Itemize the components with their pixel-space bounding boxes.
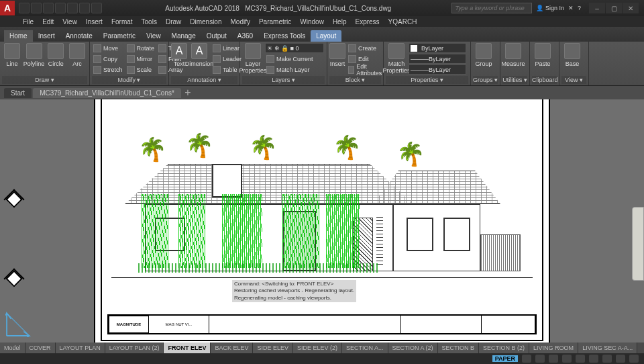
make-current-button[interactable]: Make Current	[265, 54, 324, 64]
menu-yqarch[interactable]: YQARCH	[384, 18, 421, 26]
stretch-button[interactable]: Stretch	[92, 64, 124, 75]
ribbon-tab-annotate[interactable]: Annotate	[60, 30, 98, 42]
undo-icon[interactable]	[79, 3, 90, 13]
mirror-button[interactable]: Mirror	[125, 54, 156, 64]
lineweight-combo[interactable]: ———ByLayer	[409, 54, 466, 64]
dimension-button[interactable]: ADimension	[189, 43, 210, 67]
move-button[interactable]: Move	[92, 43, 124, 53]
tab-document[interactable]: MC379_Richard_VillaChill'inUbud_C1_Cons*	[33, 88, 181, 98]
match-layer-button[interactable]: Match Layer	[265, 64, 324, 75]
osnap-icon[interactable]	[576, 355, 585, 363]
menu-modify[interactable]: Modify	[227, 18, 254, 26]
grid-icon[interactable]	[522, 355, 531, 363]
minimize-button[interactable]: –	[589, 3, 605, 13]
new-icon[interactable]	[19, 3, 30, 13]
panel-title-draw[interactable]: Draw ▾	[2, 76, 87, 84]
scale-button[interactable]: Scale	[125, 64, 156, 75]
ribbon-tab-insert[interactable]: Insert	[33, 30, 60, 42]
menu-window[interactable]: Window	[296, 18, 328, 26]
menu-insert[interactable]: Insert	[82, 18, 107, 26]
copy-button[interactable]: Copy	[92, 54, 124, 64]
ribbon-tab-parametric[interactable]: Parametric	[98, 30, 141, 42]
color-combo[interactable]: ByLayer	[409, 43, 466, 53]
layout-tab-side-elev[interactable]: SIDE ELEV	[253, 343, 293, 353]
measure-button[interactable]: Measure	[502, 43, 524, 67]
layout-tab-section-b--2-[interactable]: SECTION B (2)	[479, 343, 529, 353]
snap-icon[interactable]	[535, 355, 545, 363]
exchange-icon[interactable]: ✕	[568, 5, 574, 11]
layer-combo[interactable]: ☀ ❄ 🔒 ■ 0	[265, 43, 324, 53]
menu-edit[interactable]: Edit	[38, 18, 58, 26]
ribbon-tab-layout[interactable]: Layout	[311, 30, 341, 42]
polyline-button[interactable]: Polyline	[23, 43, 45, 67]
layout-tab-layout-plan[interactable]: LAYOUT PLAN	[56, 343, 105, 353]
paste-button[interactable]: Paste	[532, 43, 553, 67]
ribbon-tab-a360[interactable]: A360	[232, 30, 258, 42]
side-palette[interactable]	[632, 207, 644, 281]
menu-dimension[interactable]: Dimension	[186, 18, 225, 26]
panel-title-annotation[interactable]: Annotation ▾	[171, 76, 237, 84]
panel-title-layers[interactable]: Layers ▾	[242, 76, 325, 84]
ribbon-tab-express-tools[interactable]: Express Tools	[258, 30, 311, 42]
rotate-button[interactable]: Rotate	[125, 43, 156, 53]
layout-tab-section-b[interactable]: SECTION B	[438, 343, 480, 353]
paper-space-button[interactable]: PAPER	[492, 355, 518, 362]
menu-file[interactable]: File	[19, 18, 38, 26]
lwt-icon[interactable]	[589, 355, 598, 363]
help-icon[interactable]: ?	[578, 5, 581, 11]
saveas-icon[interactable]	[55, 3, 66, 13]
plot-icon[interactable]	[67, 3, 78, 13]
table-button[interactable]: Table	[211, 64, 243, 75]
linetype-combo[interactable]: ———ByLayer	[409, 64, 466, 75]
linear-button[interactable]: Linear	[211, 43, 243, 53]
autocad-logo[interactable]: A	[0, 1, 15, 15]
match-properties-button[interactable]: Match Properties	[386, 43, 407, 74]
panel-title-utilities[interactable]: Utilities ▾	[502, 76, 527, 84]
menu-parametric[interactable]: Parametric	[255, 18, 295, 26]
menu-view[interactable]: View	[58, 18, 81, 26]
layout-tab-side-elev--2-[interactable]: SIDE ELEV (2)	[293, 343, 342, 353]
layout-tab-model[interactable]: Model	[0, 343, 25, 353]
layout-tab-living-sec-a-a---[interactable]: LIVING SEC A-A...	[578, 343, 637, 353]
arc-button[interactable]: Arc	[67, 43, 87, 67]
layout-tab-front-elev[interactable]: FRONT ELEV	[164, 343, 211, 353]
insert-button[interactable]: Insert	[329, 43, 345, 67]
tab-start[interactable]: Start	[4, 88, 32, 98]
ortho-icon[interactable]	[549, 355, 558, 363]
workspace-icon[interactable]	[616, 355, 625, 363]
ribbon-tab-output[interactable]: Output	[201, 30, 232, 42]
layout-tab-layout-plan--2-[interactable]: LAYOUT PLAN (2)	[105, 343, 164, 353]
panel-title-block[interactable]: Block ▾	[329, 76, 381, 84]
layout-tab-section-a--2-[interactable]: SECTION A (2)	[388, 343, 438, 353]
layer-properties-button[interactable]: Layer Properties	[242, 43, 264, 74]
add-tab-icon[interactable]: +	[182, 87, 193, 99]
circle-button[interactable]: Circle	[46, 43, 66, 67]
block-create-button[interactable]: Create	[347, 43, 385, 53]
open-icon[interactable]	[31, 3, 42, 13]
base-button[interactable]: Base	[561, 43, 583, 67]
ribbon-tab-manage[interactable]: Manage	[166, 30, 201, 42]
annotation-scale-icon[interactable]	[602, 355, 612, 363]
block-editattr-button[interactable]: Edit Attributes	[347, 64, 385, 75]
panel-title-modify[interactable]: Modify ▾	[92, 76, 166, 84]
menu-format[interactable]: Format	[107, 18, 137, 26]
save-icon[interactable]	[43, 3, 54, 13]
polar-icon[interactable]	[562, 355, 572, 363]
panel-title-view[interactable]: View ▾	[561, 76, 586, 84]
drawing-canvas[interactable]: Command: <Switching to: FRONT ELEV> Rest…	[0, 99, 644, 353]
close-button[interactable]: ✕	[623, 3, 639, 13]
ribbon-tab-view[interactable]: View	[141, 30, 166, 42]
panel-title-properties[interactable]: Properties ▾	[386, 76, 468, 84]
redo-icon[interactable]	[91, 3, 102, 13]
drawing-viewport[interactable]: Command: <Switching to: FRONT ELEV> Rest…	[111, 99, 533, 330]
menu-tools[interactable]: Tools	[138, 18, 161, 26]
sign-in-button[interactable]: 👤 Sign In	[536, 5, 564, 11]
panel-title-groups[interactable]: Groups ▾	[473, 76, 498, 84]
layout-tab-living-room[interactable]: LIVING ROOM	[529, 343, 578, 353]
layout-tab-section-a---[interactable]: SECTION A...	[342, 343, 388, 353]
menu-draw[interactable]: Draw	[162, 18, 185, 26]
clean-screen-icon[interactable]	[629, 355, 639, 363]
leader-button[interactable]: Leader	[211, 54, 243, 64]
group-button[interactable]: Group	[473, 43, 494, 67]
layout-tab-cover[interactable]: COVER	[25, 343, 56, 353]
